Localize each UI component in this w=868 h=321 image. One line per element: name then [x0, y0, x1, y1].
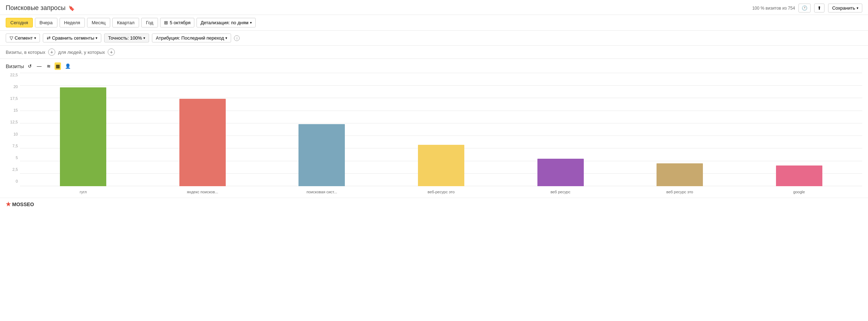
segment-row: Визиты, в которых + для людей, у которых… — [0, 46, 868, 59]
visits-info: 100 % визитов из 754 — [752, 6, 795, 11]
add-people-button[interactable]: + — [108, 49, 115, 56]
bar-x-label: поисковая сист... — [286, 190, 357, 194]
chart-section: Визиты ↺ — ≋ ▦ 👤 02,557,51012,51517,5202… — [0, 59, 868, 194]
detail-button[interactable]: Детализация: по дням ▾ — [196, 18, 255, 27]
chevron-down-icon: ▾ — [143, 36, 145, 40]
segment-button[interactable]: ▽ Сегмент ▾ — [6, 34, 40, 42]
y-label: 15 — [14, 108, 18, 112]
grid-and-bars — [20, 73, 862, 186]
y-label: 22,5 — [10, 73, 18, 77]
y-label: 20 — [14, 85, 18, 89]
bookmark-icon[interactable]: 🔖 — [68, 5, 75, 11]
tab-quarter[interactable]: Квартал — [112, 18, 139, 27]
chart-header: Визиты ↺ — ≋ ▦ 👤 — [6, 62, 862, 70]
chart-title: Визиты — [6, 63, 24, 69]
people-text: для людей, у которых — [58, 50, 105, 55]
chevron-down-icon: ▾ — [225, 36, 227, 40]
bar-group[interactable] — [286, 73, 357, 186]
footer: ★ MOSSEO — [0, 198, 868, 210]
tab-week[interactable]: Неделя — [60, 18, 85, 27]
page-title: Поисковые запросы 🔖 — [6, 4, 75, 12]
line-chart-button[interactable]: — — [36, 62, 42, 70]
y-label: 0 — [16, 179, 18, 183]
toolbar-row: Сегодня Вчера Неделя Месяц Квартал Год ⊞… — [0, 15, 868, 31]
y-label: 12,5 — [10, 120, 18, 124]
chevron-down-icon: ▾ — [96, 36, 97, 40]
tab-year[interactable]: Год — [141, 18, 158, 27]
compare-icon: ⇄ — [47, 35, 51, 41]
filter-icon: ▽ — [10, 35, 13, 41]
chart-area: 02,557,51012,51517,52022,5 гугляндекс по… — [6, 73, 862, 194]
attribution-button[interactable]: Атрибуция: Последний переход ▾ — [152, 34, 231, 42]
tab-month[interactable]: Месяц — [87, 18, 110, 27]
compare-button[interactable]: ⇄ Сравнить сегменты ▾ — [43, 34, 102, 42]
star-icon: ★ — [6, 201, 11, 208]
bar[interactable] — [298, 124, 345, 186]
tab-yesterday[interactable]: Вчера — [35, 18, 57, 27]
x-labels: гугляндекс поисков...поисковая сист...ве… — [20, 186, 862, 194]
bar[interactable] — [60, 87, 106, 186]
bar[interactable] — [179, 99, 226, 186]
y-label: 5 — [16, 156, 18, 160]
bar-x-label: веб ресурс — [525, 190, 596, 194]
bar-x-label: гугл — [47, 190, 119, 194]
date-button[interactable]: ⊞ 5 октября — [160, 18, 194, 27]
chevron-down-icon: ▾ — [34, 36, 36, 40]
chevron-down-icon: ▾ — [250, 21, 252, 25]
bar-x-label: веб ресурс это — [644, 190, 715, 194]
user-icon-button[interactable]: 👤 — [64, 62, 72, 70]
bar[interactable] — [537, 159, 584, 186]
bar[interactable] — [657, 163, 703, 186]
header-row: Поисковые запросы 🔖 100 % визитов из 754… — [0, 0, 868, 15]
tab-today[interactable]: Сегодня — [6, 18, 33, 27]
visits-text: Визиты, в которых — [6, 50, 45, 55]
y-label: 7,5 — [12, 144, 18, 148]
y-label: 17,5 — [10, 96, 18, 101]
bar[interactable] — [418, 145, 464, 186]
refresh-icon-button[interactable]: ↺ — [27, 62, 33, 70]
logo-text: MOSSEO — [12, 202, 34, 207]
export-button[interactable]: ⬆ — [814, 4, 824, 12]
chart-body: гугляндекс поисков...поисковая сист...ве… — [20, 73, 862, 194]
bar-x-label: яндекс поисков... — [167, 190, 238, 194]
info-icon[interactable]: i — [234, 35, 240, 41]
filter-row: ▽ Сегмент ▾ ⇄ Сравнить сегменты ▾ Точнос… — [0, 31, 868, 46]
area-chart-button[interactable]: ≋ — [46, 62, 52, 70]
y-label: 2,5 — [12, 167, 18, 172]
logo: ★ MOSSEO — [6, 201, 34, 208]
bar-group[interactable] — [47, 73, 119, 186]
y-label: 10 — [14, 132, 18, 136]
save-button[interactable]: Сохранить ▾ — [828, 4, 862, 12]
bars-container — [20, 73, 862, 186]
bar-x-label: google — [764, 190, 835, 194]
bar-group[interactable] — [644, 73, 715, 186]
y-axis: 02,557,51012,51517,52022,5 — [6, 73, 20, 194]
calendar-icon: ⊞ — [164, 20, 168, 25]
bar-group[interactable] — [167, 73, 238, 186]
accuracy-button[interactable]: Точность: 100% ▾ — [104, 34, 149, 42]
add-visits-button[interactable]: + — [48, 49, 55, 56]
bar[interactable] — [776, 165, 822, 186]
bar-x-label: веб-ресурс это — [405, 190, 477, 194]
bar-group[interactable] — [525, 73, 596, 186]
clock-button[interactable]: 🕐 — [798, 4, 811, 12]
bar-chart-button[interactable]: ▦ — [55, 62, 61, 70]
chevron-down-icon: ▾ — [857, 6, 858, 10]
bar-group[interactable] — [764, 73, 835, 186]
bar-group[interactable] — [405, 73, 477, 186]
